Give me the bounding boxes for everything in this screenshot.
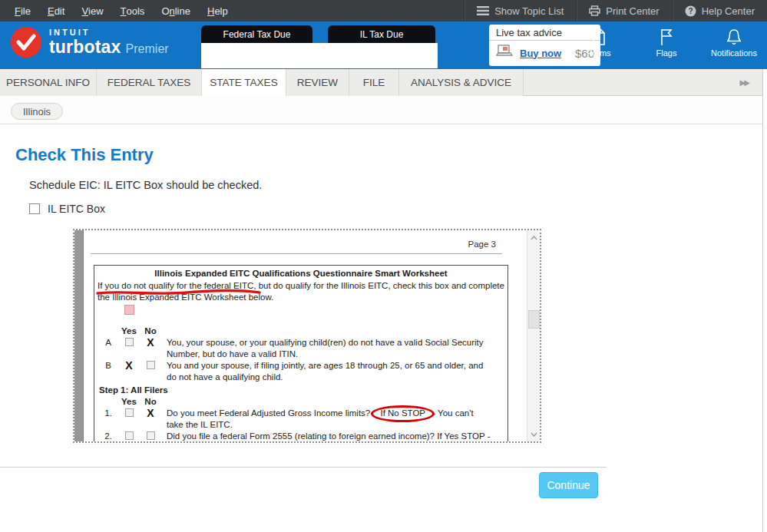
- tab-overflow-chevrons-icon[interactable]: ▶▶: [740, 78, 749, 87]
- tab-bar-filler: ▶▶: [524, 69, 762, 95]
- il-eitc-checkbox-row: IL EITC Box: [29, 203, 105, 215]
- page-number: Page 3: [468, 240, 496, 249]
- tab-analysis-advice[interactable]: ANALYSIS & ADVICE: [399, 69, 524, 96]
- checkbox[interactable]: [147, 361, 155, 369]
- tab-review[interactable]: REVIEW: [286, 69, 349, 96]
- turbotax-logo: INTUIT turbotaxPremier: [11, 27, 169, 58]
- checkbox[interactable]: [147, 431, 155, 440]
- right-gutter: [762, 69, 767, 532]
- header-toolbar: Forms Flags Notifications: [575, 28, 758, 58]
- row-text: Do you meet Federal Adjusted Gross Incom…: [160, 408, 504, 431]
- menu-help[interactable]: Help: [199, 0, 236, 21]
- menu-view[interactable]: View: [73, 0, 111, 21]
- buy-now-link[interactable]: Buy now: [520, 48, 561, 59]
- tab-label: REVIEW: [297, 77, 338, 88]
- tab-personal-info[interactable]: PERSONAL INFO: [0, 69, 97, 96]
- show-topic-list-button[interactable]: Show Topic List: [464, 0, 576, 21]
- tab-state-taxes[interactable]: STATE TAXES: [202, 69, 286, 97]
- checkmark-logo-icon: [11, 27, 41, 58]
- tab-federal-taxes[interactable]: FEDERAL TAXES: [97, 69, 202, 96]
- help-center-button[interactable]: ? Help Center: [672, 0, 767, 21]
- form-preview-left-margin: [74, 230, 84, 441]
- menu-file[interactable]: File: [6, 0, 39, 21]
- laptop-icon: [495, 45, 514, 61]
- notifications-label: Notifications: [711, 48, 757, 58]
- worksheet-row-1: 1. X Do you meet Federal Adjusted Gross …: [98, 408, 504, 431]
- menu-online[interactable]: Online: [153, 0, 199, 21]
- row-b-no-cell[interactable]: [141, 360, 160, 383]
- row-1-no-cell[interactable]: X: [141, 408, 160, 431]
- federal-tax-due-label: Federal Tax Due: [223, 29, 291, 40]
- help-center-label: Help Center: [702, 5, 755, 17]
- flags-button[interactable]: Flags: [643, 28, 690, 58]
- row-id: 1.: [99, 408, 117, 431]
- il-eitc-checkbox[interactable]: [29, 203, 40, 214]
- step1-heading: Step 1: All Filers: [98, 385, 504, 396]
- il-tax-due-label: IL Tax Due: [360, 29, 404, 40]
- checkbox[interactable]: [125, 408, 134, 417]
- footer-divider: [0, 467, 607, 468]
- red-circle-annotation: If No STOP: [371, 405, 435, 422]
- il-tax-due-tab[interactable]: IL Tax Due: [328, 25, 435, 44]
- forms-button[interactable]: Forms: [575, 28, 623, 58]
- tab-file[interactable]: FILE: [349, 69, 399, 96]
- page-title: Check This Entry: [15, 145, 154, 165]
- row-b-yes-cell[interactable]: X: [117, 360, 141, 383]
- menu-left: File Edit View Tools Online Help: [0, 0, 236, 21]
- row-2-no-cell[interactable]: [141, 431, 160, 441]
- checkbox[interactable]: [125, 431, 134, 440]
- print-center-label: Print Center: [606, 5, 659, 17]
- row-a-yes-cell[interactable]: [117, 337, 141, 360]
- page-header-rule: [91, 253, 502, 254]
- worksheet-intro: If you do not qualify for the federal EI…: [98, 280, 504, 303]
- brand-text: INTUIT turbotaxPremier: [49, 28, 169, 56]
- entry-instruction: Schedule EIC: IL EITC Box should be chec…: [29, 179, 262, 191]
- menu-bar: File Edit View Tools Online Help Show To…: [0, 0, 767, 21]
- smart-worksheet: Illinois Expanded EITC Qualifications Qu…: [94, 265, 508, 441]
- il-eitc-checkbox-label: IL EITC Box: [48, 203, 105, 215]
- app-header: INTUIT turbotaxPremier Federal Tax Due I…: [0, 21, 767, 69]
- intuit-wordmark: INTUIT: [49, 28, 169, 37]
- main-content: Check This Entry Schedule EIC: IL EITC B…: [0, 124, 762, 532]
- continue-button[interactable]: Continue: [539, 472, 598, 498]
- federal-tax-due-tab[interactable]: Federal Tax Due: [201, 25, 312, 44]
- tax-due-amounts-panel: [201, 43, 438, 68]
- menu-tools[interactable]: Tools: [112, 0, 154, 21]
- row-2-yes-cell[interactable]: [117, 431, 141, 441]
- yes-no-header-row-2: Yes No: [98, 396, 504, 408]
- yes-column-header: Yes: [117, 396, 141, 408]
- form-preview-page: Page 3 Illinois Expanded EITC Qualificat…: [84, 230, 527, 441]
- preview-scrollbar[interactable]: [527, 230, 540, 441]
- edition-label: Premier: [126, 42, 169, 55]
- notifications-button[interactable]: Notifications: [710, 28, 758, 58]
- eitc-highlight-checkbox[interactable]: [124, 305, 134, 315]
- row-1-yes-cell[interactable]: [117, 408, 141, 431]
- print-center-button[interactable]: Print Center: [576, 0, 671, 21]
- checkbox[interactable]: [125, 338, 134, 346]
- no-column-header: No: [141, 325, 160, 337]
- topic-list-icon: [477, 6, 489, 15]
- scroll-up-icon[interactable]: [527, 231, 541, 244]
- worksheet-row-a: A X You, your spouse, or your qualifying…: [98, 337, 504, 360]
- worksheet-row-b: B X You and your spouse, if filing joint…: [98, 360, 504, 383]
- form-preview-panel: Page 3 Illinois Expanded EITC Qualificat…: [73, 229, 541, 443]
- turbotax-window: File Edit View Tools Online Help Show To…: [0, 0, 767, 532]
- scroll-down-icon[interactable]: [527, 428, 541, 441]
- yes-column-header: Yes: [117, 325, 141, 337]
- forms-label: Forms: [587, 48, 610, 58]
- menu-edit[interactable]: Edit: [39, 0, 73, 21]
- tab-label: FILE: [363, 77, 385, 88]
- yes-no-header-row: Yes No: [98, 325, 504, 337]
- row-id: 2.: [99, 431, 117, 441]
- row-a-no-cell[interactable]: X: [141, 337, 160, 360]
- row-text: Did you file a federal Form 2555 (relati…: [160, 431, 504, 441]
- section-tab-bar: PERSONAL INFO FEDERAL TAXES STATE TAXES …: [0, 69, 762, 96]
- help-circle-icon: ?: [685, 5, 696, 17]
- breadcrumb-illinois[interactable]: Illinois: [11, 103, 63, 120]
- scrollbar-thumb[interactable]: [528, 310, 540, 329]
- tab-label: PERSONAL INFO: [6, 77, 90, 88]
- row-id: A: [99, 337, 117, 360]
- row-text: You, your spouse, or your qualifying chi…: [160, 337, 504, 360]
- row-text-pre: Do you meet Federal Adjusted Gross Incom…: [167, 408, 372, 418]
- x-mark: X: [125, 359, 132, 372]
